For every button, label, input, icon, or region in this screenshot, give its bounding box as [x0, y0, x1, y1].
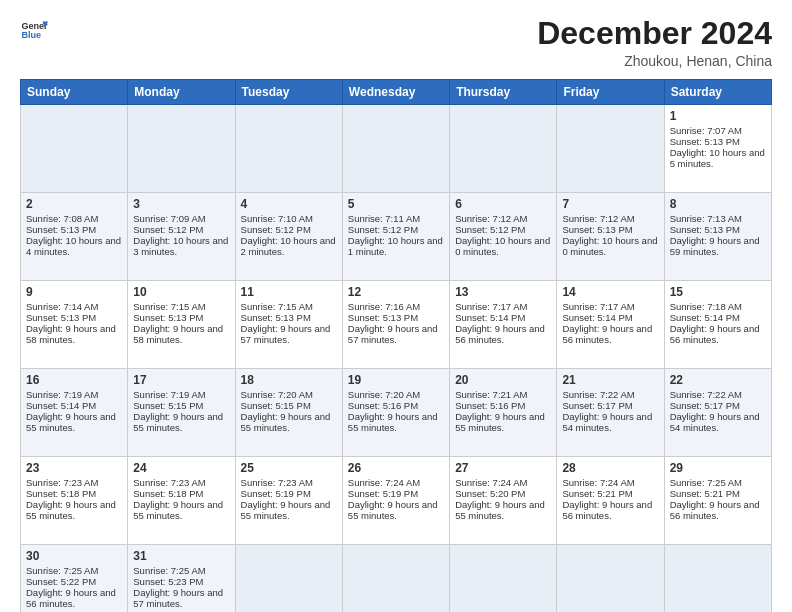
day-number: 1 [670, 109, 766, 123]
day-number: 25 [241, 461, 337, 475]
day-number: 7 [562, 197, 658, 211]
sunrise-text: Sunrise: 7:18 AM [670, 301, 742, 312]
sunset-text: Sunset: 5:14 PM [562, 312, 632, 323]
subtitle: Zhoukou, Henan, China [537, 53, 772, 69]
day-cell-5: 5 Sunrise: 7:11 AM Sunset: 5:12 PM Dayli… [342, 193, 449, 281]
day-number: 14 [562, 285, 658, 299]
day-number: 27 [455, 461, 551, 475]
daylight-text: Daylight: 10 hours and 1 minute. [348, 235, 443, 257]
sunset-text: Sunset: 5:21 PM [670, 488, 740, 499]
empty-cell [342, 545, 449, 612]
sunrise-text: Sunrise: 7:13 AM [670, 213, 742, 224]
sunrise-text: Sunrise: 7:16 AM [348, 301, 420, 312]
title-block: December 2024 Zhoukou, Henan, China [537, 16, 772, 69]
day-number: 9 [26, 285, 122, 299]
sunrise-text: Sunrise: 7:20 AM [348, 389, 420, 400]
day-cell-15-sat: 15 Sunrise: 7:18 AM Sunset: 5:14 PM Dayl… [664, 281, 771, 369]
empty-cell [450, 545, 557, 612]
daylight-text: Daylight: 9 hours and 56 minutes. [455, 323, 545, 345]
sunset-text: Sunset: 5:16 PM [455, 400, 525, 411]
table-row: 23 Sunrise: 7:23 AM Sunset: 5:18 PM Dayl… [21, 457, 772, 545]
day-cell-18: 18 Sunrise: 7:20 AM Sunset: 5:15 PM Dayl… [235, 369, 342, 457]
day-cell-2: 2 Sunrise: 7:08 AM Sunset: 5:13 PM Dayli… [21, 193, 128, 281]
sunset-text: Sunset: 5:13 PM [26, 312, 96, 323]
daylight-text: Daylight: 9 hours and 55 minutes. [455, 499, 545, 521]
day-cell-26: 26 Sunrise: 7:24 AM Sunset: 5:19 PM Dayl… [342, 457, 449, 545]
sunset-text: Sunset: 5:13 PM [241, 312, 311, 323]
daylight-text: Daylight: 9 hours and 55 minutes. [241, 411, 331, 433]
table-row: 2 Sunrise: 7:08 AM Sunset: 5:13 PM Dayli… [21, 193, 772, 281]
svg-text:Blue: Blue [21, 30, 41, 40]
sunset-text: Sunset: 5:21 PM [562, 488, 632, 499]
sunset-text: Sunset: 5:14 PM [670, 312, 740, 323]
sunset-text: Sunset: 5:12 PM [133, 224, 203, 235]
day-cell-8-sat: 8 Sunrise: 7:13 AM Sunset: 5:13 PM Dayli… [664, 193, 771, 281]
day-number: 24 [133, 461, 229, 475]
day-cell-13: 13 Sunrise: 7:17 AM Sunset: 5:14 PM Dayl… [450, 281, 557, 369]
sunrise-text: Sunrise: 7:24 AM [455, 477, 527, 488]
day-cell-19: 19 Sunrise: 7:20 AM Sunset: 5:16 PM Dayl… [342, 369, 449, 457]
empty-cell [21, 105, 128, 193]
sunset-text: Sunset: 5:16 PM [348, 400, 418, 411]
sunset-text: Sunset: 5:20 PM [455, 488, 525, 499]
day-number: 23 [26, 461, 122, 475]
header: General Blue December 2024 Zhoukou, Hena… [20, 16, 772, 69]
sunrise-text: Sunrise: 7:24 AM [348, 477, 420, 488]
sunrise-text: Sunrise: 7:25 AM [133, 565, 205, 576]
day-number: 20 [455, 373, 551, 387]
day-cell-28: 28 Sunrise: 7:24 AM Sunset: 5:21 PM Dayl… [557, 457, 664, 545]
sunset-text: Sunset: 5:13 PM [562, 224, 632, 235]
sunrise-text: Sunrise: 7:19 AM [26, 389, 98, 400]
day-number: 8 [670, 197, 766, 211]
daylight-text: Daylight: 9 hours and 56 minutes. [562, 499, 652, 521]
day-number: 4 [241, 197, 337, 211]
sunset-text: Sunset: 5:14 PM [455, 312, 525, 323]
day-cell-3: 3 Sunrise: 7:09 AM Sunset: 5:12 PM Dayli… [128, 193, 235, 281]
day-number: 5 [348, 197, 444, 211]
day-number: 19 [348, 373, 444, 387]
sunrise-text: Sunrise: 7:17 AM [562, 301, 634, 312]
sunset-text: Sunset: 5:19 PM [241, 488, 311, 499]
col-friday: Friday [557, 80, 664, 105]
sunset-text: Sunset: 5:17 PM [670, 400, 740, 411]
day-number: 16 [26, 373, 122, 387]
day-cell-21: 21 Sunrise: 7:22 AM Sunset: 5:17 PM Dayl… [557, 369, 664, 457]
day-cell-7: 7 Sunrise: 7:12 AM Sunset: 5:13 PM Dayli… [557, 193, 664, 281]
day-cell-12: 12 Sunrise: 7:16 AM Sunset: 5:13 PM Dayl… [342, 281, 449, 369]
table-row: 9 Sunrise: 7:14 AM Sunset: 5:13 PM Dayli… [21, 281, 772, 369]
empty-cell [342, 105, 449, 193]
sunset-text: Sunset: 5:18 PM [26, 488, 96, 499]
empty-cell [450, 105, 557, 193]
col-sunday: Sunday [21, 80, 128, 105]
sunset-text: Sunset: 5:13 PM [26, 224, 96, 235]
day-number: 30 [26, 549, 122, 563]
daylight-text: Daylight: 9 hours and 54 minutes. [670, 411, 760, 433]
sunrise-text: Sunrise: 7:12 AM [455, 213, 527, 224]
empty-cell [128, 105, 235, 193]
sunset-text: Sunset: 5:17 PM [562, 400, 632, 411]
day-cell-25: 25 Sunrise: 7:23 AM Sunset: 5:19 PM Dayl… [235, 457, 342, 545]
daylight-text: Daylight: 9 hours and 58 minutes. [133, 323, 223, 345]
day-number: 31 [133, 549, 229, 563]
daylight-text: Daylight: 9 hours and 55 minutes. [241, 499, 331, 521]
header-row: Sunday Monday Tuesday Wednesday Thursday… [21, 80, 772, 105]
day-number: 12 [348, 285, 444, 299]
sunrise-text: Sunrise: 7:15 AM [133, 301, 205, 312]
daylight-text: Daylight: 9 hours and 54 minutes. [562, 411, 652, 433]
day-cell-17: 17 Sunrise: 7:19 AM Sunset: 5:15 PM Dayl… [128, 369, 235, 457]
table-row: 1 Sunrise: 7:07 AM Sunset: 5:13 PM Dayli… [21, 105, 772, 193]
empty-cell [664, 545, 771, 612]
sunset-text: Sunset: 5:13 PM [133, 312, 203, 323]
sunset-text: Sunset: 5:14 PM [26, 400, 96, 411]
sunset-text: Sunset: 5:13 PM [348, 312, 418, 323]
daylight-text: Daylight: 9 hours and 56 minutes. [562, 323, 652, 345]
daylight-text: Daylight: 9 hours and 55 minutes. [26, 499, 116, 521]
sunset-text: Sunset: 5:12 PM [455, 224, 525, 235]
sunset-text: Sunset: 5:22 PM [26, 576, 96, 587]
month-title: December 2024 [537, 16, 772, 51]
daylight-text: Daylight: 9 hours and 55 minutes. [26, 411, 116, 433]
daylight-text: Daylight: 10 hours and 3 minutes. [133, 235, 228, 257]
sunset-text: Sunset: 5:12 PM [348, 224, 418, 235]
col-saturday: Saturday [664, 80, 771, 105]
day-number: 3 [133, 197, 229, 211]
